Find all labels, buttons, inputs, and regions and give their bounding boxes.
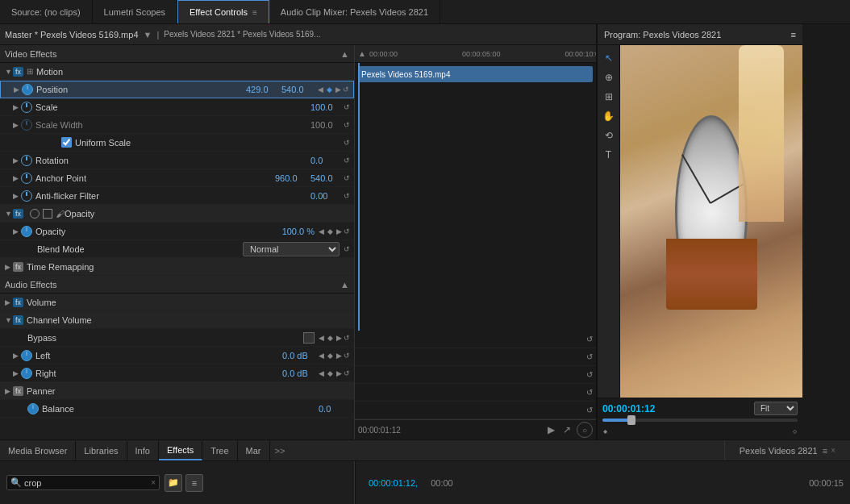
anchor-x-value[interactable]: 960.0 xyxy=(275,173,307,183)
fit-select[interactable]: Fit 25% 50% 75% 100% xyxy=(754,402,798,415)
scale-stopwatch[interactable] xyxy=(21,102,32,113)
rotation-value[interactable]: 0.0 xyxy=(310,156,343,165)
blend-mode-reset-btn[interactable]: ↺ xyxy=(343,244,351,254)
bypass-kf-prev[interactable]: ◀ xyxy=(318,333,325,343)
anti-flicker-stopwatch[interactable] xyxy=(21,190,32,202)
out-marker-btn[interactable]: ⬦ xyxy=(792,425,798,436)
sequence-link[interactable]: Pexels Videos 2821 * Pexels Videos 5169.… xyxy=(164,30,320,39)
anchor-y-value[interactable]: 540.0 xyxy=(310,173,343,183)
search-clear-btn[interactable]: × xyxy=(151,478,156,487)
rotation-expand-arrow[interactable]: ▶ xyxy=(13,156,21,165)
tool-zoom-btn[interactable]: ⊞ xyxy=(601,89,617,105)
bottom-tab-effects[interactable]: Effects xyxy=(159,440,202,460)
bottom-tab-tree[interactable]: Tree xyxy=(202,440,237,460)
in-marker-btn[interactable]: ⬥ xyxy=(602,425,608,436)
motion-label[interactable]: Motion xyxy=(36,67,351,77)
clip-dropdown-arrow[interactable]: ▼ xyxy=(144,30,152,40)
scale-expand-arrow[interactable]: ▶ xyxy=(13,103,21,111)
channel-vol-label[interactable]: Channel Volume xyxy=(27,315,351,325)
tl-reset-2[interactable]: ↺ xyxy=(586,352,593,361)
left-expand[interactable]: ▶ xyxy=(13,352,21,360)
tl-reset-3[interactable]: ↺ xyxy=(586,370,593,379)
right-reset-btn[interactable]: ↺ xyxy=(343,369,351,378)
right-expand[interactable]: ▶ xyxy=(13,369,21,377)
video-effects-scroll-up[interactable]: ▲ xyxy=(340,49,349,59)
opacity-square-icon[interactable] xyxy=(43,209,52,219)
rotation-reset-btn[interactable]: ↺ xyxy=(343,156,351,165)
scale-value[interactable]: 100.0 xyxy=(310,102,343,112)
scale-reset-btn[interactable]: ↺ xyxy=(343,102,351,112)
anti-flicker-expand-arrow[interactable]: ▶ xyxy=(13,192,21,200)
opacity-kf-next[interactable]: ▶ xyxy=(335,227,343,236)
position-kf-next[interactable]: ▶ xyxy=(335,85,342,94)
opacity-paint-icon[interactable]: 🖌 xyxy=(56,209,65,219)
timeline-playhead[interactable] xyxy=(358,63,360,331)
timeline-clip[interactable]: Pexels Videos 5169.mp4 xyxy=(358,66,593,82)
scale-width-expand-arrow[interactable]: ▶ xyxy=(13,121,21,129)
monitor-menu-icon[interactable]: ≡ xyxy=(791,30,796,40)
bottom-tab-libraries[interactable]: Libraries xyxy=(76,440,127,460)
tool-arrow-btn[interactable]: ↖ xyxy=(601,50,617,66)
scale-width-stopwatch[interactable] xyxy=(21,119,32,131)
position-expand-arrow[interactable]: ▶ xyxy=(14,85,22,94)
tl-export-btn[interactable]: ↗ xyxy=(560,424,573,435)
channel-vol-expand[interactable]: ▼ xyxy=(5,316,13,324)
opacity-val-expand[interactable]: ▶ xyxy=(13,227,21,235)
right-kf-prev[interactable]: ◀ xyxy=(318,369,325,378)
tl-reset-5[interactable]: ↺ xyxy=(586,406,593,414)
anchor-stopwatch[interactable] xyxy=(21,173,32,184)
tab-effect-controls[interactable]: Effect Controls ≡ xyxy=(177,0,269,23)
bottom-tab-media-browser[interactable]: Media Browser xyxy=(0,440,76,460)
tl-reset-1[interactable]: ↺ xyxy=(586,335,593,344)
tool-hand-btn[interactable]: ✋ xyxy=(601,108,617,124)
anchor-reset-btn[interactable]: ↺ xyxy=(343,173,351,183)
tl-reset-4[interactable]: ↺ xyxy=(586,388,593,397)
search-input[interactable] xyxy=(24,478,151,488)
left-reset-btn[interactable]: ↺ xyxy=(343,351,351,360)
position-stopwatch[interactable] xyxy=(22,84,33,95)
opacity-val-value[interactable]: 100.0 % xyxy=(282,227,315,236)
volume-label[interactable]: Volume xyxy=(27,298,351,307)
bottom-tab-markers[interactable]: Mar xyxy=(238,440,270,460)
tab-lumetri[interactable]: Lumetri Scopes xyxy=(93,0,177,23)
panner-label[interactable]: Panner xyxy=(27,386,351,396)
effect-controls-menu-icon[interactable]: ≡ xyxy=(252,8,257,17)
position-kf-add[interactable]: ◆ xyxy=(326,85,333,94)
scale-width-reset-btn[interactable]: ↺ xyxy=(343,120,351,130)
anchor-expand-arrow[interactable]: ▶ xyxy=(13,174,21,182)
monitor-progress-bar[interactable] xyxy=(602,419,798,422)
bottom-timeline-close[interactable]: × xyxy=(831,446,835,455)
tl-loop-btn[interactable]: ○ xyxy=(577,422,593,438)
audio-effects-scroll-up[interactable]: ▲ xyxy=(340,280,349,289)
left-stopwatch[interactable] xyxy=(21,350,32,361)
bottom-timeline-menu[interactable]: ≡ xyxy=(823,446,827,456)
tool-rotate-btn[interactable]: ⟲ xyxy=(601,127,617,144)
timeline-scroll-up[interactable]: ▲ xyxy=(358,49,366,58)
opacity-kf-prev[interactable]: ◀ xyxy=(318,227,325,236)
tool-pen-btn[interactable]: T xyxy=(601,147,617,163)
position-y-value[interactable]: 540.0 xyxy=(281,85,314,94)
opacity-circle-icon[interactable] xyxy=(30,209,40,219)
bottom-tab-timeline[interactable]: Pexels Videos 2821 ≡ × xyxy=(731,446,844,456)
opacity-stopwatch[interactable] xyxy=(21,226,32,237)
uniform-scale-reset-btn[interactable]: ↺ xyxy=(343,138,351,148)
right-kf-add[interactable]: ◆ xyxy=(327,369,334,378)
opacity-label[interactable]: Opacity xyxy=(65,209,351,219)
balance-value[interactable]: 0.0 xyxy=(319,404,351,414)
left-kf-prev[interactable]: ◀ xyxy=(318,351,325,360)
right-stopwatch[interactable] xyxy=(21,368,32,379)
bypass-kf-next[interactable]: ▶ xyxy=(335,333,343,343)
rotation-stopwatch[interactable] xyxy=(21,155,32,166)
bottom-more-btn[interactable]: >> xyxy=(270,440,290,460)
time-remap-label[interactable]: Time Remapping xyxy=(27,262,351,272)
search-folder-btn[interactable]: 📁 xyxy=(165,474,182,492)
time-remap-expand[interactable]: ▶ xyxy=(5,263,13,271)
left-value[interactable]: 0.0 dB xyxy=(282,351,315,360)
search-filter-btn[interactable]: ≡ xyxy=(185,474,203,492)
blend-mode-select[interactable]: Normal Multiply Screen xyxy=(243,242,340,256)
bypass-reset-btn[interactable]: ↺ xyxy=(343,333,351,343)
bypass-checkbox[interactable] xyxy=(303,332,315,344)
right-kf-next[interactable]: ▶ xyxy=(335,369,343,378)
panner-expand[interactable]: ▶ xyxy=(5,387,13,395)
anti-flicker-reset-btn[interactable]: ↺ xyxy=(343,191,351,201)
